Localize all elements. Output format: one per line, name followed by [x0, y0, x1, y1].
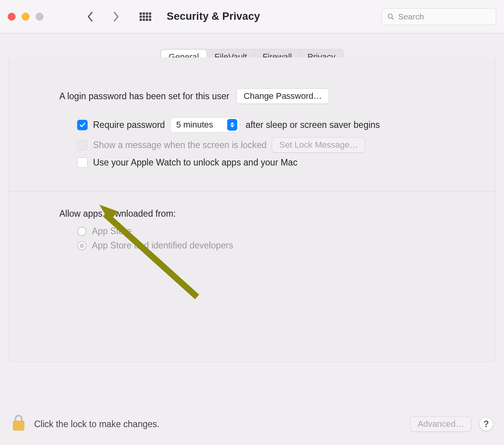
- window-title: Security & Privacy: [167, 10, 260, 22]
- show-lock-message-checkbox: [77, 140, 88, 150]
- nav-arrows: [86, 12, 120, 21]
- show-lock-message-label: Show a message when the screen is locked: [93, 140, 266, 150]
- apple-watch-unlock-checkbox[interactable]: [77, 157, 88, 168]
- login-password-text: A login password has been set for this u…: [59, 91, 230, 102]
- footer: Click the lock to make changes. Advanced…: [0, 406, 504, 445]
- set-lock-message-button: Set Lock Message…: [272, 137, 365, 153]
- svg-line-1: [392, 17, 394, 19]
- minimize-window-button[interactable]: [22, 13, 29, 21]
- select-stepper-icon: [227, 119, 237, 131]
- close-window-button[interactable]: [8, 13, 16, 21]
- lock-hint-text: Click the lock to make changes.: [34, 419, 159, 429]
- require-password-checkbox[interactable]: [77, 120, 88, 130]
- forward-button[interactable]: [112, 12, 120, 21]
- apple-watch-unlock-label: Use your Apple Watch to unlock apps and …: [93, 157, 297, 168]
- advanced-button[interactable]: Advanced…: [410, 416, 471, 432]
- apple-watch-row: Use your Apple Watch to unlock apps and …: [59, 157, 452, 168]
- require-password-row: Require password 5 minutes after sleep o…: [59, 117, 452, 133]
- section-divider: [9, 191, 495, 191]
- require-password-delay-value: 5 minutes: [176, 120, 213, 130]
- window-controls: [8, 13, 43, 21]
- zoom-window-button[interactable]: [36, 13, 43, 21]
- titlebar: Security & Privacy: [0, 0, 504, 33]
- help-button[interactable]: ?: [479, 417, 493, 431]
- back-button[interactable]: [86, 12, 95, 21]
- allow-apps-option-identified: App Store and identified developers: [59, 240, 452, 251]
- allow-apps-option-appstore: App Store: [59, 226, 452, 236]
- radio-app-store-identified-label: App Store and identified developers: [92, 240, 233, 251]
- require-password-label: Require password: [93, 120, 165, 130]
- search-input[interactable]: [398, 12, 490, 21]
- require-password-after-text: after sleep or screen saver begins: [245, 120, 380, 130]
- login-password-section: A login password has been set for this u…: [17, 88, 487, 168]
- require-password-delay-select[interactable]: 5 minutes: [170, 117, 240, 133]
- change-password-button[interactable]: Change Password…: [236, 88, 330, 104]
- radio-app-store-identified: [77, 241, 86, 250]
- preference-panel: A login password has been set for this u…: [9, 57, 495, 362]
- lock-icon[interactable]: [11, 414, 26, 434]
- lock-message-row: Show a message when the screen is locked…: [59, 137, 452, 153]
- search-field[interactable]: [381, 8, 496, 25]
- search-icon: [387, 13, 394, 21]
- allow-apps-heading: Allow apps downloaded from:: [59, 209, 452, 219]
- show-all-prefs-button[interactable]: [140, 11, 151, 22]
- radio-app-store: [77, 227, 86, 236]
- allow-apps-section: Allow apps downloaded from: App Store Ap…: [17, 209, 487, 251]
- radio-app-store-label: App Store: [92, 226, 131, 236]
